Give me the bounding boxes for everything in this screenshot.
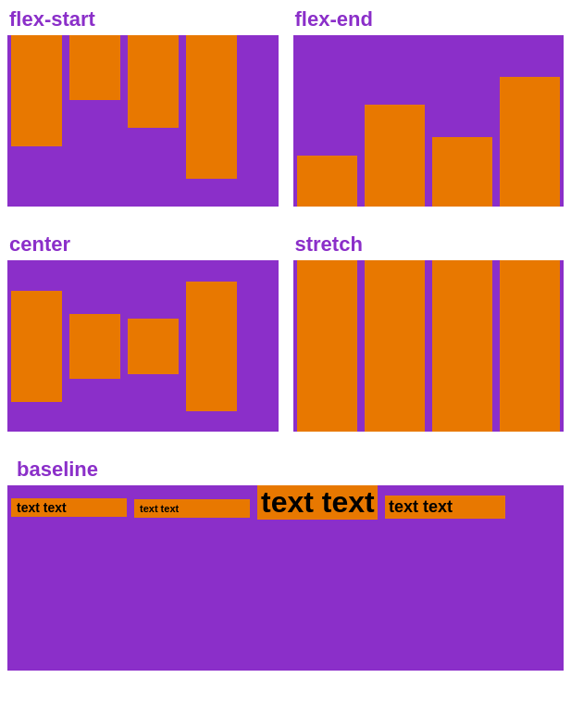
flex-end-block-3: [432, 137, 492, 207]
baseline-item-1: text text: [11, 498, 127, 517]
center-block-2: [69, 314, 120, 379]
flex-end-label: flex-end: [286, 0, 572, 35]
baseline-demo: text text text text text text text text: [7, 485, 564, 671]
baseline-item-2: text text: [134, 499, 250, 518]
flex-start-block-2: [69, 35, 120, 100]
stretch-label: stretch: [286, 225, 572, 260]
center-block-1: [11, 291, 62, 402]
flex-end-block-2: [365, 105, 425, 207]
baseline-label: baseline: [7, 450, 564, 485]
flex-start-block-4: [186, 35, 237, 179]
baseline-text-3: text text: [257, 485, 378, 520]
flex-end-block-4: [500, 77, 560, 207]
baseline-text-1: text text: [11, 498, 127, 517]
stretch-block-3: [432, 260, 492, 432]
flex-start-block-3: [128, 35, 179, 128]
flex-start-demo: [7, 35, 279, 207]
stretch-block-4: [500, 260, 560, 432]
baseline-item-4: text text: [385, 496, 505, 519]
flex-start-label: flex-start: [0, 0, 286, 35]
stretch-block-2: [365, 260, 425, 432]
flex-end-demo: [293, 35, 565, 207]
stretch-block-1: [297, 260, 357, 432]
center-demo: [7, 260, 279, 432]
flex-start-block-1: [11, 35, 62, 146]
center-label: center: [0, 225, 286, 260]
baseline-text-2: text text: [134, 499, 250, 518]
flex-end-block-1: [297, 156, 357, 207]
stretch-demo: [293, 260, 565, 432]
center-block-3: [128, 319, 179, 374]
baseline-text-4: text text: [385, 496, 505, 519]
center-block-4: [186, 282, 237, 411]
baseline-item-3: text text: [257, 485, 378, 520]
